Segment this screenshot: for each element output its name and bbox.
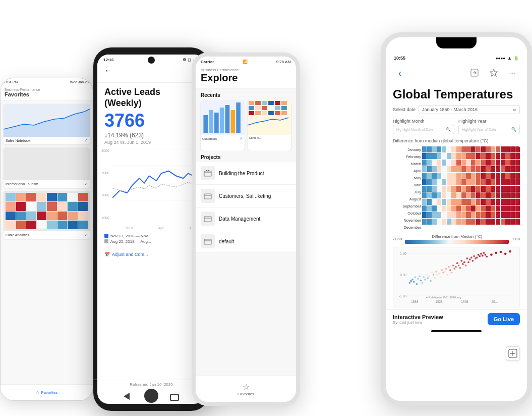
highlight-row: Highlight Month Highlight Month of Date … (386, 116, 527, 137)
svg-point-69 (435, 271, 437, 273)
list-item[interactable]: Sales Notebook ✓ (4, 104, 90, 144)
battery-icon-right: 🔋 (514, 56, 519, 61)
svg-point-60 (423, 276, 425, 278)
recents-container: Customers ✓ (196, 100, 296, 150)
interactive-preview-title: Interactive Preview (393, 314, 443, 320)
pl-header: Business Performance Favorites (1, 86, 93, 101)
heatmap-legend-label: Difference from Median (°C) (402, 234, 512, 239)
android-title-container: Active Leads (Weekly) (97, 83, 205, 109)
select-date-value: January 1850 - March 2016 (422, 107, 478, 112)
projects-list: Building the Product Customers, Sal...ke… (196, 162, 296, 253)
project-name-3: Data Management (219, 216, 260, 222)
svg-rect-13 (236, 102, 241, 133)
month-jun: June (393, 182, 423, 189)
right-screen: 10:55 ●●●● ▲ 🔋 ‹ ··· Global Temperatures (386, 37, 527, 401)
svg-point-102 (482, 255, 484, 257)
pl-title: Favorites (5, 91, 89, 97)
go-live-button[interactable]: Go Live (488, 313, 520, 325)
svg-rect-36 (204, 239, 211, 244)
back-button-android[interactable]: ← (104, 66, 198, 75)
project-item-4[interactable]: default (196, 230, 296, 253)
svg-point-57 (419, 275, 421, 277)
month-labels: January February March April May June Ju… (393, 146, 422, 231)
back-button-right[interactable]: ‹ (393, 66, 407, 80)
select-arrows: ⇄ (513, 108, 516, 112)
recent-card-2[interactable]: Clinic A... (248, 100, 291, 150)
svg-point-101 (480, 253, 482, 255)
svg-point-95 (472, 260, 474, 262)
heatmap-row-nov (422, 212, 520, 218)
svg-point-54 (415, 276, 417, 278)
select-date-label: Select date (393, 107, 416, 112)
more-icon[interactable]: ··· (506, 66, 520, 80)
project-icon-4 (201, 234, 215, 248)
month-jul: July (393, 189, 423, 196)
android-recent-btn[interactable] (170, 394, 179, 401)
svg-rect-15 (249, 101, 254, 105)
svg-rect-26 (281, 106, 287, 110)
svg-point-50 (409, 282, 411, 284)
svg-rect-16 (255, 101, 261, 105)
highlight-year-placeholder: Highlight Year of Date (462, 128, 496, 131)
svg-text:20...: 20... (491, 300, 498, 303)
highlight-month-input[interactable]: Highlight Month of Date 🔍 (393, 125, 454, 134)
highlight-year-field: Highlight Year Highlight Year of Date 🔍 (458, 119, 520, 134)
month-dec: December (393, 224, 423, 231)
favorites-icon-center: ☆ (243, 382, 250, 392)
check-icon-3: ✓ (84, 233, 88, 237)
share-icon[interactable] (467, 66, 482, 80)
center-explore-title: Explore (201, 72, 291, 84)
project-name-1: Building the Product (219, 171, 264, 176)
svg-rect-14 (248, 100, 291, 135)
svg-point-62 (426, 274, 428, 276)
month-nov: November (393, 217, 423, 224)
svg-point-93 (469, 258, 471, 261)
svg-point-64 (428, 275, 430, 277)
svg-point-109 (504, 252, 507, 255)
pl-card-label: Sales Notebook ✓ (4, 137, 90, 144)
android-home-btn[interactable] (144, 389, 158, 403)
bar-chart-mini (4, 147, 90, 180)
center-time: 9:26 AM (276, 60, 291, 64)
right-status-bar: 10:55 ●●●● ▲ 🔋 (386, 51, 527, 63)
right-status-icons: ●●●● ▲ 🔋 (496, 56, 519, 61)
svg-point-70 (437, 274, 439, 276)
android-legend: Nov 17, 2018 — Nov... Aug 25, 2018 — Aug… (97, 230, 205, 249)
android-back-btn[interactable] (124, 393, 130, 400)
bottom-nav-left[interactable]: ☆ Favorites (1, 384, 93, 400)
project-item-1[interactable]: Building the Product (196, 162, 296, 185)
select-date-input[interactable]: January 1850 - March 2016 ⇄ (419, 105, 520, 114)
x-label-apr: Apr (158, 226, 164, 230)
star-icon[interactable] (487, 66, 501, 80)
month-oct: October (393, 210, 423, 217)
list-item[interactable]: Clinic Analytics ✓ (4, 191, 90, 239)
svg-rect-7 (203, 115, 208, 133)
adjust-link[interactable]: 📅 Adjust and Com... (97, 249, 205, 260)
heatmap-row-jul (422, 186, 520, 192)
recent-thumb-1 (201, 100, 245, 135)
svg-point-105 (486, 255, 488, 257)
recent-card-1[interactable]: Customers ✓ (201, 100, 245, 150)
svg-point-80 (451, 272, 453, 274)
global-temps-title: Global Temperatures (386, 83, 527, 103)
heatmap-row-dec (422, 219, 520, 225)
check-icon-1: ✓ (84, 138, 88, 143)
list-item[interactable]: International Tourism ✓ (4, 147, 90, 188)
right-notch (436, 37, 477, 48)
right-time: 10:55 (394, 56, 405, 61)
svg-point-52 (411, 279, 413, 281)
zoom-button[interactable] (506, 346, 520, 360)
android-y-labels: 4000 3000 2000 1000 (101, 149, 109, 220)
legend-label-container: Difference from Median (°C) (402, 234, 512, 244)
wifi-icon: 📶 (243, 60, 248, 64)
right-nav-actions: ··· (467, 66, 520, 80)
recents-label: Recents (196, 88, 296, 100)
center-bottom-nav[interactable]: ☆ Favorites (196, 376, 296, 402)
project-item-2[interactable]: Customers, Sal...keting (196, 185, 296, 207)
svg-rect-33 (204, 171, 211, 176)
highlight-year-input[interactable]: Highlight Year of Date 🔍 (458, 125, 520, 134)
chart-thumb (4, 104, 90, 137)
project-item-3[interactable]: Data Management (196, 207, 296, 230)
month-feb: February (393, 153, 423, 161)
right-nav-bar: ‹ ··· (386, 63, 527, 83)
